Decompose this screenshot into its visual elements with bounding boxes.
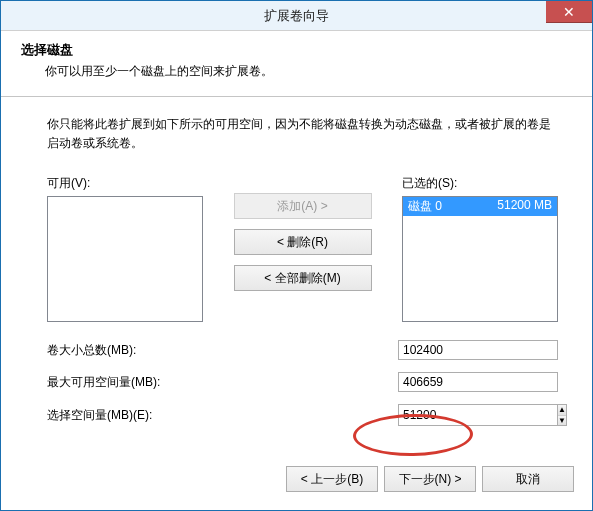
info-note: 你只能将此卷扩展到如下所示的可用空间，因为不能将磁盘转换为动态磁盘，或者被扩展的… bbox=[47, 115, 558, 153]
chevron-up-icon: ▲ bbox=[558, 406, 566, 414]
select-space-spinner: ▲ ▼ bbox=[398, 404, 558, 426]
titlebar: 扩展卷向导 ✕ bbox=[1, 1, 592, 31]
spinner-buttons: ▲ ▼ bbox=[557, 404, 567, 426]
dual-list-area: 可用(V): 添加(A) > < 删除(R) < 全部删除(M) 已选的(S):… bbox=[47, 175, 558, 322]
back-button[interactable]: < 上一步(B) bbox=[286, 466, 378, 492]
disk-size: 51200 MB bbox=[497, 198, 552, 215]
available-listbox[interactable] bbox=[47, 196, 203, 322]
max-space-row: 最大可用空间量(MB): bbox=[47, 372, 558, 392]
select-space-input[interactable] bbox=[398, 404, 557, 426]
close-button[interactable]: ✕ bbox=[546, 1, 592, 23]
transfer-buttons: 添加(A) > < 删除(R) < 全部删除(M) bbox=[228, 193, 378, 291]
available-label: 可用(V): bbox=[47, 175, 203, 192]
max-space-field bbox=[398, 372, 558, 392]
next-button[interactable]: 下一步(N) > bbox=[384, 466, 476, 492]
available-column: 可用(V): bbox=[47, 175, 203, 322]
selected-listbox[interactable]: 磁盘 0 51200 MB bbox=[402, 196, 558, 322]
page-subtitle: 你可以用至少一个磁盘上的空间来扩展卷。 bbox=[45, 63, 572, 80]
disk-name: 磁盘 0 bbox=[408, 198, 442, 215]
chevron-down-icon: ▼ bbox=[558, 417, 566, 425]
selected-label: 已选的(S): bbox=[402, 175, 558, 192]
wizard-window: 扩展卷向导 ✕ 选择磁盘 你可以用至少一个磁盘上的空间来扩展卷。 你只能将此卷扩… bbox=[0, 0, 593, 511]
add-button[interactable]: 添加(A) > bbox=[234, 193, 372, 219]
total-size-field bbox=[398, 340, 558, 360]
spin-up-button[interactable]: ▲ bbox=[558, 405, 566, 416]
page-title: 选择磁盘 bbox=[21, 41, 572, 59]
cancel-button[interactable]: 取消 bbox=[482, 466, 574, 492]
header-area: 选择磁盘 你可以用至少一个磁盘上的空间来扩展卷。 bbox=[1, 31, 592, 97]
select-space-row: 选择空间量(MB)(E): ▲ ▼ bbox=[47, 404, 558, 426]
window-title: 扩展卷向导 bbox=[264, 7, 329, 25]
selected-column: 已选的(S): 磁盘 0 51200 MB bbox=[402, 175, 558, 322]
list-item[interactable]: 磁盘 0 51200 MB bbox=[403, 197, 557, 216]
close-icon: ✕ bbox=[563, 4, 575, 20]
max-space-label: 最大可用空间量(MB): bbox=[47, 374, 160, 391]
spin-down-button[interactable]: ▼ bbox=[558, 416, 566, 426]
footer-buttons: < 上一步(B) 下一步(N) > 取消 bbox=[1, 454, 592, 510]
remove-button[interactable]: < 删除(R) bbox=[234, 229, 372, 255]
remove-all-button[interactable]: < 全部删除(M) bbox=[234, 265, 372, 291]
content-area: 你只能将此卷扩展到如下所示的可用空间，因为不能将磁盘转换为动态磁盘，或者被扩展的… bbox=[1, 97, 592, 454]
total-size-row: 卷大小总数(MB): bbox=[47, 340, 558, 360]
total-size-label: 卷大小总数(MB): bbox=[47, 342, 136, 359]
select-space-label: 选择空间量(MB)(E): bbox=[47, 407, 152, 424]
main-area: 选择磁盘 你可以用至少一个磁盘上的空间来扩展卷。 你只能将此卷扩展到如下所示的可… bbox=[1, 31, 592, 510]
